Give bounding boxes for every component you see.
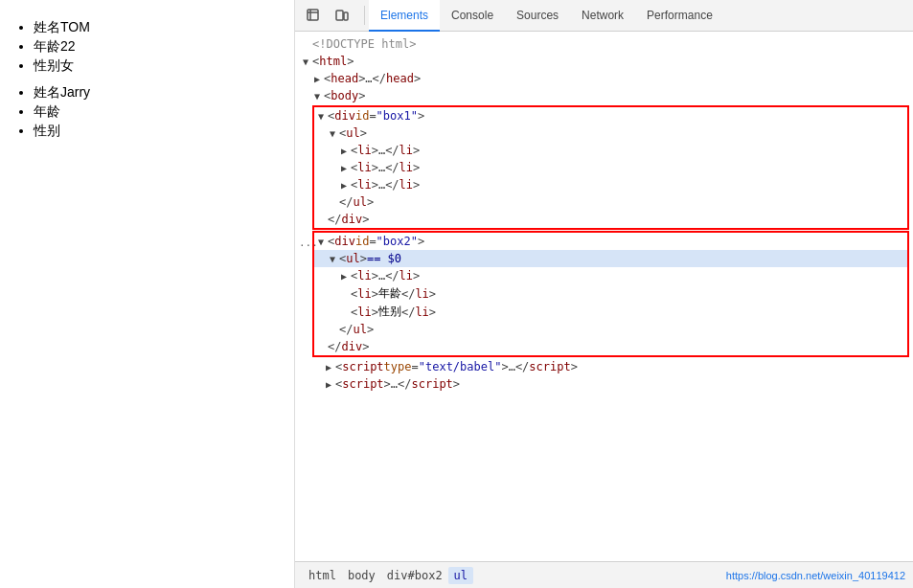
list-item: 年龄 xyxy=(34,103,280,121)
arrow[interactable] xyxy=(314,91,324,102)
html-line: <script>…</script> xyxy=(295,375,913,393)
html-line: </div> xyxy=(314,338,907,355)
svg-rect-0 xyxy=(308,10,318,20)
html-line-highlighted: <ul> == $0 xyxy=(314,250,907,267)
list-item: 姓名Jarry xyxy=(34,84,280,102)
arrow[interactable] xyxy=(330,128,339,139)
devtools-toolbar xyxy=(295,3,360,28)
arrow[interactable] xyxy=(341,180,351,191)
devtools-panel: Elements Console Sources Network Perform… xyxy=(295,0,913,588)
box1-outline: <div id="box1"> <ul> <li>…</li> <li>…</l… xyxy=(312,105,909,230)
tab-sources[interactable]: Sources xyxy=(505,0,570,32)
breadcrumb-bar: html body div#box2 ul https://blog.csdn.… xyxy=(295,561,913,588)
tab-network[interactable]: Network xyxy=(570,0,635,32)
html-line: <div id="box2"> xyxy=(314,233,907,250)
html-line: <body> xyxy=(295,87,913,104)
list-item: 性别女 xyxy=(34,57,280,75)
breadcrumb-ul[interactable]: ul xyxy=(448,567,473,584)
list-item: 性别 xyxy=(34,123,280,140)
devtools-url[interactable]: https://blog.csdn.net/weixin_40119412 xyxy=(726,570,905,581)
svg-rect-3 xyxy=(336,11,343,20)
html-line: ▶ <!DOCTYPE html> xyxy=(295,35,913,53)
svg-rect-4 xyxy=(344,12,348,20)
device-toggle-icon[interactable] xyxy=(330,3,354,28)
breadcrumb-body[interactable]: body xyxy=(342,567,381,584)
arrow[interactable] xyxy=(318,237,328,247)
arrow[interactable] xyxy=(341,163,351,173)
list-2: 姓名Jarry 年龄 性别 xyxy=(14,84,280,140)
inspect-element-icon[interactable] xyxy=(301,3,326,28)
devtools-tabs-bar: Elements Console Sources Network Perform… xyxy=(295,0,913,32)
list-item: 年龄22 xyxy=(34,38,280,56)
tab-separator xyxy=(364,6,365,25)
html-line: <html> xyxy=(295,53,913,70)
arrow[interactable] xyxy=(341,271,351,282)
html-line: <li>性别</li> xyxy=(314,303,907,321)
arrow[interactable] xyxy=(303,57,312,67)
html-line: </ul> xyxy=(314,321,907,338)
list-item: 姓名TOM xyxy=(34,19,280,36)
arrow[interactable] xyxy=(326,379,335,390)
dom-tree[interactable]: ▶ <!DOCTYPE html> <html> <head>…</head> … xyxy=(295,32,913,561)
html-line: <li>…</li> xyxy=(314,159,907,176)
tab-elements[interactable]: Elements xyxy=(369,0,440,32)
html-line: <li>…</li> xyxy=(314,142,907,159)
html-line: <li>年龄</li> xyxy=(314,284,907,303)
arrow[interactable] xyxy=(330,254,339,264)
tab-console[interactable]: Console xyxy=(440,0,505,32)
html-line: <ul> xyxy=(314,124,907,142)
html-line: </div> xyxy=(314,211,907,228)
html-line: <script type="text/babel">…</script> xyxy=(295,358,913,375)
arrow[interactable] xyxy=(341,146,351,156)
html-line: </ul> xyxy=(314,193,907,211)
list-1: 姓名TOM 年龄22 性别女 xyxy=(14,19,280,75)
html-line: <li>…</li> xyxy=(314,176,907,193)
box2-outline: ... <div id="box2"> <ul> == $0 <li>…</li… xyxy=(312,231,909,357)
html-line: <head>…</head> xyxy=(295,70,913,87)
html-line: <li>…</li> xyxy=(314,267,907,284)
arrow[interactable] xyxy=(318,111,328,122)
html-line: <div id="box1"> xyxy=(314,107,907,124)
tab-performance[interactable]: Performance xyxy=(635,0,724,32)
breadcrumb-html[interactable]: html xyxy=(303,567,342,584)
breadcrumb-div-box2[interactable]: div#box2 xyxy=(381,567,448,584)
arrow[interactable] xyxy=(326,362,335,373)
webpage-preview: 姓名TOM 年龄22 性别女 姓名Jarry 年龄 性别 xyxy=(0,0,295,588)
arrow[interactable] xyxy=(314,74,324,84)
